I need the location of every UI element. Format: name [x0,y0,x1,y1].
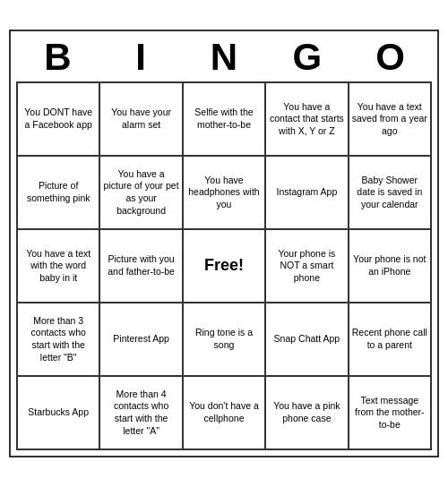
cell-text-14: Your phone is not an iPhone [352,253,427,278]
cell-text-9: Baby Shower date is saved in your calend… [352,175,427,211]
bingo-cell-2: Selfie with the mother-to-be [183,82,265,156]
cell-text-23: You have a pink phone case [269,400,344,424]
bingo-cell-3: You have a contact that starts with X, Y… [265,82,348,156]
cell-text-22: You don't have a cellphone [186,400,262,424]
letter-n: N [185,37,263,78]
bingo-cell-17: Ring tone is a song [183,303,265,376]
bingo-cell-12: Free! [183,229,265,303]
bingo-cell-8: Instagram App [265,156,348,229]
bingo-header: B I N G O [16,37,432,78]
cell-text-13: Your phone is NOT a smart phone [269,248,344,285]
cell-text-7: You have headphones with you [186,175,262,211]
letter-o: O [351,37,430,78]
cell-text-10: You have a text with the word baby in it [21,248,96,285]
bingo-cell-10: You have a text with the word baby in it [17,229,99,303]
bingo-cell-23: You have a pink phone case [265,376,348,449]
bingo-cell-7: You have headphones with you [183,156,265,229]
bingo-cell-0: You DONT have a Facebook app [17,82,99,156]
cell-text-20: Starbucks App [21,406,96,419]
bingo-cell-5: Picture of something pink [17,156,99,229]
bingo-grid: You DONT have a Facebook appYou have you… [16,81,432,450]
cell-text-19: Recent phone call to a parent [352,327,427,351]
cell-text-2: Selfie with the mother-to-be [186,107,262,131]
bingo-cell-22: You don't have a cellphone [183,376,265,449]
cell-text-6: You have a picture of your pet as your b… [103,168,178,218]
cell-text-21: More than 4 contacts who start with the … [103,389,178,438]
bingo-cell-13: Your phone is NOT a smart phone [265,229,348,303]
cell-text-16: Pinterest App [103,333,178,346]
bingo-cell-6: You have a picture of your pet as your b… [99,156,182,229]
bingo-cell-20: Starbucks App [17,376,99,449]
cell-text-4: You have a text saved from a year ago [352,101,427,138]
bingo-cell-21: More than 4 contacts who start with the … [99,376,182,449]
cell-text-24: Text message from the mother-to-be [352,395,427,431]
bingo-cell-18: Snap Chatt App [265,303,348,376]
bingo-cell-11: Picture with you and father-to-be [99,229,182,303]
cell-text-17: Ring tone is a song [186,327,262,351]
bingo-cell-14: Your phone is not an iPhone [349,229,431,303]
letter-i: I [101,37,180,78]
cell-text-18: Snap Chatt App [269,333,344,346]
bingo-cell-19: Recent phone call to a parent [349,303,431,376]
letter-b: B [18,37,97,78]
cell-text-11: Picture with you and father-to-be [103,253,178,278]
cell-text-15: More than 3 contacts who start with the … [21,315,96,364]
bingo-card: B I N G O You DONT have a Facebook appYo… [9,30,439,457]
bingo-cell-16: Pinterest App [99,303,182,376]
bingo-cell-4: You have a text saved from a year ago [349,82,431,156]
cell-text-1: You have your alarm set [103,107,178,131]
cell-text-5: Picture of something pink [21,180,96,204]
bingo-cell-1: You have your alarm set [99,82,182,156]
bingo-cell-24: Text message from the mother-to-be [349,376,431,449]
bingo-cell-15: More than 3 contacts who start with the … [17,303,99,376]
cell-text-3: You have a contact that starts with X, Y… [269,101,344,138]
letter-g: G [268,37,347,78]
cell-text-0: You DONT have a Facebook app [21,107,96,131]
cell-text-8: Instagram App [269,186,344,199]
cell-text-12: Free! [186,255,262,276]
bingo-cell-9: Baby Shower date is saved in your calend… [349,156,431,229]
